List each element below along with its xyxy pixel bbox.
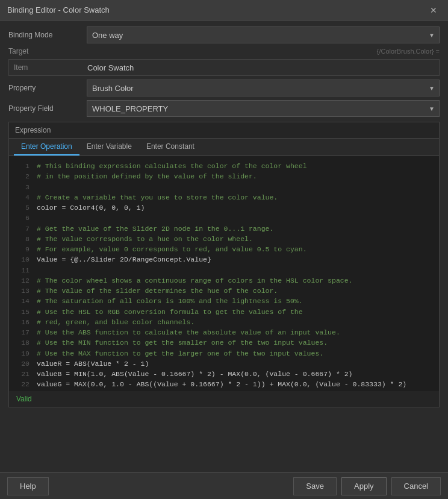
- line-number: 23: [15, 390, 30, 392]
- target-header: Target {/ColorBrush.Color} =: [8, 47, 440, 55]
- line-content: # Create a variable that you use to stor…: [37, 192, 278, 202]
- line-content: # Use the HSL to RGB conversion formula …: [37, 307, 303, 317]
- line-number: 16: [15, 317, 30, 327]
- property-field-select-wrapper: WHOLE_PROPERTY: [87, 100, 440, 117]
- footer: Help Save Apply Cancel: [0, 472, 448, 499]
- expression-tabs: Enter Operation Enter Variable Enter Con…: [9, 139, 439, 156]
- cancel-button[interactable]: Cancel: [391, 477, 441, 495]
- binding-mode-select-wrapper: One way: [87, 27, 440, 43]
- line-number: 11: [15, 265, 30, 275]
- code-line: 1# This binding expression calculates th…: [15, 161, 433, 171]
- code-line: 10Value = {@../Slider 2D/RangeConcept.Va…: [15, 254, 433, 265]
- line-content: # Use the MAX function to get the larger…: [37, 348, 323, 359]
- valid-status: Valid: [9, 391, 439, 407]
- line-number: 1: [15, 161, 30, 171]
- title-bar-text: Binding Editor - Color Swatch: [7, 5, 110, 14]
- property-select[interactable]: Brush Color: [87, 80, 440, 96]
- line-number: 2: [15, 171, 30, 181]
- target-path: {/ColorBrush.Color} =: [377, 48, 440, 55]
- scrollable-main: Binding Mode One way Target {/ColorBrush…: [0, 20, 448, 499]
- tab-enter-variable[interactable]: Enter Variable: [79, 139, 139, 155]
- item-value: Color Swatch: [87, 63, 134, 72]
- line-number: 4: [15, 192, 30, 202]
- target-section: Target {/ColorBrush.Color} = Item Color …: [8, 47, 440, 117]
- code-line: 21valueB = MIN(1.0, ABS(Value - 0.16667)…: [15, 369, 433, 379]
- target-label: Target: [8, 47, 28, 55]
- code-line: 8# The value corresponds to a hue on the…: [15, 234, 433, 244]
- property-field-label: Property Field: [8, 104, 87, 113]
- line-number: 21: [15, 369, 30, 379]
- item-row: Item Color Swatch: [8, 59, 440, 76]
- line-number: 22: [15, 379, 30, 389]
- line-content: # Use the MIN function to get the smalle…: [37, 337, 328, 348]
- item-label: Item: [14, 63, 87, 72]
- code-line: 7# Get the value of the Slider 2D node i…: [15, 224, 433, 234]
- code-line: 16# red, green, and blue color channels.: [15, 317, 433, 327]
- line-number: 10: [15, 254, 30, 265]
- property-row: Property Brush Color: [8, 80, 440, 96]
- apply-button[interactable]: Apply: [341, 477, 387, 495]
- code-line: 11: [15, 265, 433, 275]
- code-line: 13# The value of the slider determines t…: [15, 286, 433, 296]
- code-line: 15# Use the HSL to RGB conversion formul…: [15, 307, 433, 317]
- line-number: 6: [15, 213, 30, 223]
- line-content: # This binding expression calculates the…: [37, 161, 307, 171]
- code-line: 22valueG = MAX(0.0, 1.0 - ABS((Value + 0…: [15, 379, 433, 389]
- line-number: 17: [15, 327, 30, 337]
- content-wrapper: Binding Mode One way Target {/ColorBrush…: [0, 20, 448, 499]
- property-field-row: Property Field WHOLE_PROPERTY: [8, 100, 440, 117]
- line-content: # For example, value 0 corresponds to re…: [37, 244, 307, 254]
- tab-enter-operation[interactable]: Enter Operation: [14, 139, 79, 155]
- line-content: valueR = ABS(Value * 2 - 1): [37, 359, 149, 369]
- code-area[interactable]: 1# This binding expression calculates th…: [9, 156, 439, 391]
- line-content: # in the position defined by the value o…: [37, 171, 257, 181]
- line-content: # The value of the slider determines the…: [37, 286, 278, 296]
- line-number: 7: [15, 224, 30, 234]
- line-number: 9: [15, 244, 30, 254]
- line-number: 20: [15, 359, 30, 369]
- code-line: 18# Use the MIN function to get the smal…: [15, 337, 433, 348]
- code-line: 14# The saturation of all colors is 100%…: [15, 296, 433, 306]
- code-line: 4# Create a variable that you use to sto…: [15, 192, 433, 202]
- expression-section: Expression Enter Operation Enter Variabl…: [8, 122, 440, 407]
- line-content: # The saturation of all colors is 100% a…: [37, 296, 303, 306]
- line-content: # The color wheel shows a continuous ran…: [37, 275, 353, 286]
- line-content: # The value corresponds to a hue on the …: [37, 234, 253, 244]
- line-content: color = Color4(0, 0, 0, 1): [37, 202, 145, 213]
- code-line: 5color = Color4(0, 0, 0, 1): [15, 202, 433, 213]
- binding-mode-select[interactable]: One way: [87, 27, 440, 43]
- line-content: valueG = MAX(0.0, 1.0 - ABS((Value + 0.1…: [37, 379, 406, 389]
- line-number: 15: [15, 307, 30, 317]
- line-number: 14: [15, 296, 30, 306]
- code-line: 6: [15, 213, 433, 223]
- line-content: # Get the value of the Slider 2D node in…: [37, 224, 273, 234]
- binding-mode-label: Binding Mode: [8, 31, 87, 39]
- line-number: 8: [15, 234, 30, 244]
- title-bar: Binding Editor - Color Swatch ✕: [0, 0, 448, 20]
- footer-left: Help: [7, 477, 49, 495]
- code-line: 19# Use the MAX function to get the larg…: [15, 348, 433, 359]
- code-line: 20valueR = ABS(Value * 2 - 1): [15, 359, 433, 369]
- footer-right: Save Apply Cancel: [293, 477, 441, 495]
- property-field-select[interactable]: WHOLE_PROPERTY: [87, 100, 440, 117]
- line-number: 3: [15, 182, 30, 192]
- code-line: 12# The color wheel shows a continuous r…: [15, 275, 433, 286]
- save-button[interactable]: Save: [293, 477, 337, 495]
- help-button[interactable]: Help: [7, 477, 49, 495]
- line-number: 19: [15, 348, 30, 359]
- line-content: # red, green, and blue color channels.: [37, 317, 194, 327]
- line-number: 13: [15, 286, 30, 296]
- code-line: 2# in the position defined by the value …: [15, 171, 433, 181]
- close-button[interactable]: ✕: [426, 4, 441, 16]
- code-line: 3: [15, 182, 433, 192]
- line-number: 5: [15, 202, 30, 213]
- tab-enter-constant[interactable]: Enter Constant: [139, 139, 202, 155]
- line-content: valueB = MIN(1.0, ABS(Value - 0.16667) *…: [37, 369, 353, 379]
- code-line: 9# For example, value 0 corresponds to r…: [15, 244, 433, 254]
- line-number: 12: [15, 275, 30, 286]
- line-number: 18: [15, 337, 30, 348]
- line-content: # Use the ABS function to calculate the …: [37, 327, 340, 337]
- expression-header: Expression: [9, 122, 439, 139]
- line-content: Value = {@../Slider 2D/RangeConcept.Valu…: [37, 254, 211, 265]
- property-label: Property: [8, 84, 87, 92]
